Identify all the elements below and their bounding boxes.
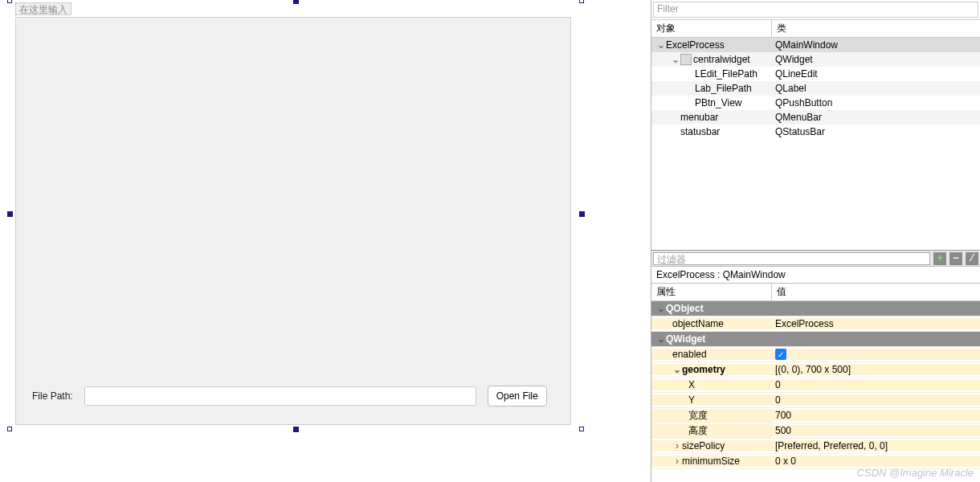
property-value[interactable]: 0 (772, 394, 980, 406)
object-class: QLineEdit (772, 68, 980, 80)
property-editor: 过滤器 + − ⁄ ExcelProcess : QMainWindow 属性 … (651, 251, 980, 482)
resize-handle-e[interactable] (579, 211, 585, 217)
property-title: ExcelProcess : QMainWindow (651, 267, 980, 284)
resize-handle-ne[interactable] (579, 0, 584, 3)
collapse-icon[interactable]: ⌄ (656, 333, 666, 345)
property-name: minimumSize (682, 455, 740, 467)
collapse-icon[interactable]: ⌄ (672, 364, 682, 375)
widget-icon (680, 54, 692, 65)
property-row[interactable]: ›minimumSize0 x 0 (651, 454, 980, 469)
object-inspector: Filter 对象 类 ⌄ExcelProcessQMainWindow⌄cen… (651, 0, 980, 251)
checkbox-checked-icon[interactable]: ✓ (775, 349, 786, 360)
object-filter-input[interactable]: Filter (653, 2, 978, 18)
property-value[interactable]: 0 (772, 379, 980, 390)
property-name: X (688, 379, 695, 390)
form-designer: 在这里输入 File Path: Open File (0, 0, 651, 482)
collapse-icon[interactable]: ⌄ (656, 39, 666, 51)
property-header: 属性 值 (651, 284, 980, 301)
object-class: QLabel (772, 83, 980, 94)
property-value[interactable]: ExcelProcess (772, 318, 980, 329)
property-name: 宽度 (688, 409, 708, 423)
file-path-label: File Path: (32, 390, 73, 402)
file-path-input[interactable] (84, 386, 476, 406)
form-canvas[interactable]: 在这里输入 File Path: Open File (5, 0, 575, 429)
property-name: 高度 (688, 424, 708, 438)
object-name: centralwidget (693, 54, 750, 65)
collapse-icon[interactable]: ⌄ (656, 303, 666, 314)
add-property-button[interactable]: + (933, 252, 946, 265)
property-value-header[interactable]: 值 (772, 284, 980, 300)
object-name: statusbar (680, 126, 720, 137)
form-grid[interactable]: File Path: Open File (15, 17, 571, 425)
resize-handle-n[interactable] (293, 0, 299, 4)
resize-handle-se[interactable] (579, 427, 584, 431)
object-name: LEdit_FilePath (695, 68, 757, 80)
property-group-name: QObject (666, 303, 704, 314)
expand-icon[interactable]: › (672, 455, 682, 467)
object-class: QMainWindow (772, 39, 980, 51)
object-column-header[interactable]: 对象 (651, 20, 772, 37)
property-name: enabled (672, 349, 707, 360)
class-column-header[interactable]: 类 (772, 20, 980, 37)
object-tree-row[interactable]: LEdit_FilePathQLineEdit (651, 67, 980, 81)
property-value[interactable]: 700 (772, 410, 980, 421)
property-value[interactable]: [(0, 0), 700 x 500] (772, 364, 980, 375)
object-tree-row[interactable]: statusbarQStatusBar (651, 125, 980, 139)
property-row[interactable]: enabled✓ (651, 347, 980, 362)
property-list[interactable]: ⌄QObjectobjectNameExcelProcess⌄QWidgeten… (651, 301, 980, 482)
property-group[interactable]: ⌄QObject (651, 301, 980, 317)
collapse-icon[interactable]: ⌄ (671, 54, 680, 65)
object-name: ExcelProcess (666, 39, 725, 51)
property-filter-input[interactable]: 过滤器 (653, 252, 930, 265)
object-class: QMenuBar (772, 112, 980, 123)
toggle-property-button[interactable]: ⁄ (966, 252, 978, 265)
object-tree[interactable]: ⌄ExcelProcessQMainWindow⌄centralwidgetQW… (651, 38, 980, 250)
property-value[interactable]: 500 (772, 425, 980, 436)
inspector-pane: Filter 对象 类 ⌄ExcelProcessQMainWindow⌄cen… (651, 0, 980, 482)
resize-handle-s[interactable] (293, 427, 299, 432)
property-value[interactable]: ✓ (772, 349, 980, 361)
object-tree-row[interactable]: menubarQMenuBar (651, 110, 980, 125)
object-class: QPushButton (772, 97, 980, 108)
object-name: PBtn_View (695, 97, 741, 108)
remove-property-button[interactable]: − (949, 252, 962, 265)
property-group-name: QWidget (666, 333, 705, 345)
object-name: Lab_FilePath (695, 83, 752, 94)
resize-handle-w[interactable] (7, 211, 13, 217)
open-file-button[interactable]: Open File (488, 386, 547, 406)
property-row[interactable]: Y0 (651, 393, 980, 408)
property-name: objectName (672, 318, 724, 329)
object-tree-header: 对象 类 (651, 19, 980, 38)
object-class: QWidget (772, 54, 980, 65)
property-name: geometry (682, 364, 725, 375)
resize-handle-sw[interactable] (7, 427, 12, 431)
property-toolbar: 过滤器 + − ⁄ (651, 251, 980, 267)
property-value[interactable]: 0 x 0 (772, 455, 980, 467)
property-name: sizePolicy (682, 440, 725, 451)
object-tree-row[interactable]: ⌄ExcelProcessQMainWindow (651, 38, 980, 52)
object-tree-row[interactable]: ⌄centralwidgetQWidget (651, 52, 980, 67)
property-row[interactable]: ›sizePolicy[Preferred, Preferred, 0, 0] (651, 439, 980, 454)
property-row[interactable]: X0 (651, 378, 980, 393)
object-tree-row[interactable]: Lab_FilePathQLabel (651, 81, 980, 96)
object-class: QStatusBar (772, 126, 980, 137)
property-name: Y (688, 394, 695, 406)
menubar-placeholder[interactable]: 在这里输入 (15, 2, 71, 15)
property-row[interactable]: ⌄geometry[(0, 0), 700 x 500] (651, 362, 980, 378)
property-row[interactable]: objectNameExcelProcess (651, 317, 980, 332)
resize-handle-nw[interactable] (7, 0, 12, 3)
object-tree-row[interactable]: PBtn_ViewQPushButton (651, 96, 980, 110)
expand-icon[interactable]: › (672, 440, 682, 451)
property-row[interactable]: 高度500 (651, 423, 980, 439)
property-value[interactable]: [Preferred, Preferred, 0, 0] (772, 440, 980, 451)
property-name-header[interactable]: 属性 (651, 284, 772, 300)
property-group[interactable]: ⌄QWidget (651, 332, 980, 347)
object-name: menubar (680, 112, 718, 123)
property-row[interactable]: 宽度700 (651, 408, 980, 423)
